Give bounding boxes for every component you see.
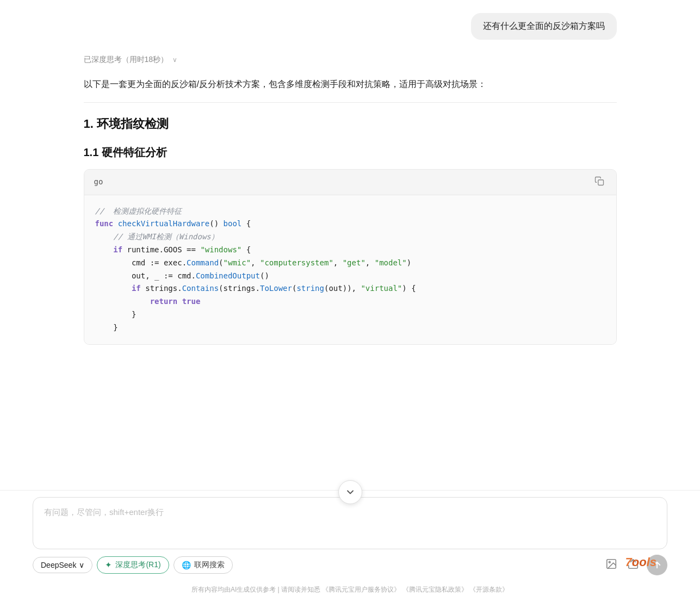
toolbar-right-actions: [603, 555, 667, 575]
input-area: 有问题，尽管问，shift+enter换行 DeepSeek ∨ ✦ 深度思考(…: [0, 490, 700, 603]
scroll-down-button[interactable]: [338, 480, 362, 504]
deepseek-selector-button[interactable]: DeepSeek ∨: [33, 557, 92, 573]
globe-icon: 🌐: [182, 561, 191, 569]
section1-heading: 1. 环境指纹检测: [84, 114, 617, 134]
footer: 所有内容均由AI生成仅供参考 | 请阅读并知悉 《腾讯元宝用户服务协议》 《腾讯…: [33, 580, 667, 602]
input-placeholder: 有问题，尽管问，shift+enter换行: [44, 507, 164, 517]
section1-1-heading: 1.1 硬件特征分析: [84, 143, 617, 162]
send-button[interactable]: [647, 555, 667, 575]
code-header: go: [84, 170, 616, 195]
deepseek-label: DeepSeek: [41, 561, 76, 569]
thinking-label: 已深度思考（用时18秒）: [84, 55, 169, 65]
intro-paragraph: 以下是一套更为全面的反沙箱/反分析技术方案，包含多维度检测手段和对抗策略，适用于…: [84, 77, 617, 91]
divider: [84, 102, 617, 103]
file-upload-button[interactable]: [625, 556, 641, 575]
deepthink-label: 深度思考(R1): [115, 560, 160, 570]
code-content: // 检测虚拟化硬件特征 func checkVirtualHardware()…: [84, 195, 616, 344]
ai-response-content: 以下是一套更为全面的反沙箱/反分析技术方案，包含多维度检测手段和对抗策略，适用于…: [84, 75, 617, 360]
web-search-button[interactable]: 🌐 联网搜索: [174, 556, 233, 574]
footer-link-privacy[interactable]: 《腾讯元宝隐私政策》: [402, 586, 468, 593]
copy-button[interactable]: [592, 175, 606, 189]
user-message-text: 还有什么更全面的反沙箱方案吗: [483, 21, 605, 30]
thinking-toggle[interactable]: 已深度思考（用时18秒） ∨: [84, 48, 617, 75]
svg-point-2: [609, 561, 610, 563]
deepthink-icon: ✦: [105, 560, 112, 570]
code-language-label: go: [94, 176, 103, 189]
websearch-label: 联网搜索: [194, 560, 225, 570]
chevron-down-icon: ∨: [172, 56, 177, 64]
image-upload-button[interactable]: [603, 556, 620, 575]
deepseek-chevron-icon: ∨: [79, 561, 84, 569]
code-block: go // 检测虚拟化硬件特征 func checkVirtualHardwar…: [84, 169, 617, 345]
deep-think-button[interactable]: ✦ 深度思考(R1): [97, 556, 169, 574]
svg-rect-0: [598, 179, 603, 185]
footer-link-opensource[interactable]: 《开源条款》: [469, 586, 509, 593]
input-toolbar: DeepSeek ∨ ✦ 深度思考(R1) 🌐 联网搜索: [33, 549, 667, 580]
chat-input-box[interactable]: 有问题，尽管问，shift+enter换行: [33, 497, 667, 550]
footer-link-service[interactable]: 《腾讯元宝用户服务协议》: [322, 586, 400, 593]
footer-text: 所有内容均由AI生成仅供参考 | 请阅读并知悉: [191, 586, 320, 593]
user-message-row: 还有什么更全面的反沙箱方案吗: [84, 0, 617, 48]
user-bubble: 还有什么更全面的反沙箱方案吗: [471, 13, 617, 40]
